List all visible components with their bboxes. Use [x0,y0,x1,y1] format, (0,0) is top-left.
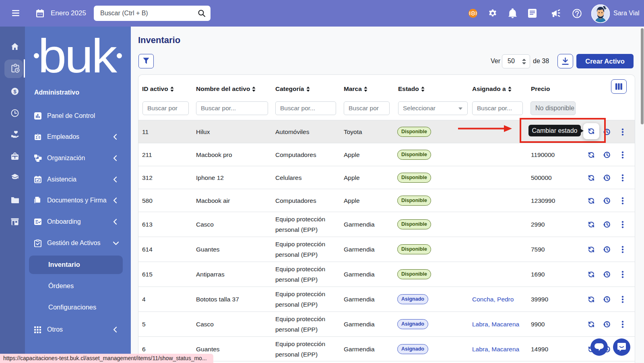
svg-text:$: $ [13,89,17,95]
